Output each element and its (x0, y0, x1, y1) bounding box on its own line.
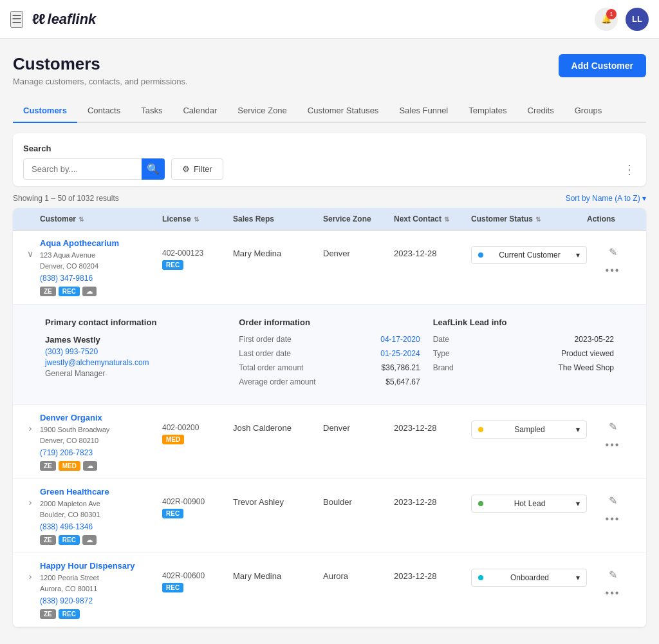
more-actions-icon[interactable]: ••• (606, 439, 620, 451)
license-col: 402-00200 MED (162, 413, 233, 444)
edit-icon[interactable]: ✎ (609, 495, 617, 507)
th-customer-label: Customer (40, 214, 76, 223)
search-button[interactable]: 🔍 (142, 158, 165, 180)
expand-button[interactable]: ∨ (21, 238, 40, 259)
tab-templates[interactable]: Templates (458, 99, 517, 123)
th-service-zone: Service Zone (323, 214, 394, 223)
search-icon: 🔍 (147, 163, 160, 175)
contact-name: James Westly (45, 335, 226, 345)
chevron-down-icon: ▾ (576, 425, 580, 434)
edit-icon[interactable]: ✎ (609, 421, 617, 433)
status-select[interactable]: Onboarded ▾ (471, 569, 587, 587)
page-header: Customers Manage customers, contacts, an… (13, 54, 646, 86)
actions-col: ✎ ••• (587, 238, 638, 276)
chevron-down-icon: ▾ (576, 251, 580, 260)
badge-rec: REC (59, 609, 80, 619)
edit-icon[interactable]: ✎ (609, 246, 617, 258)
tab-customer-statuses[interactable]: Customer Statuses (297, 99, 389, 123)
search-input-wrap: 🔍 (23, 158, 165, 180)
expand-button[interactable]: › (21, 487, 40, 507)
sort-link[interactable]: Sort by Name (A to Z) ▾ (566, 194, 646, 203)
add-customer-button[interactable]: Add Customer (559, 54, 646, 77)
license-badge: REC (162, 509, 183, 518)
status-label: Sampled (514, 425, 544, 434)
customer-main-row: ∨ Aqua Apothecarium 123 Aqua AvenueDenve… (13, 231, 646, 304)
th-actions: Actions (587, 214, 638, 223)
page-header-left: Customers Manage customers, contacts, an… (13, 54, 188, 86)
filter-label: Filter (194, 164, 212, 174)
actions-col: ✎ ••• (587, 561, 638, 599)
badge-☁: ☁ (82, 535, 97, 545)
avatar[interactable]: LL (626, 8, 649, 31)
badge-rec: REC (59, 287, 80, 296)
customer-main-row: › Happy Hour Dispensary 1200 Peoria Stre… (13, 553, 646, 627)
first-order-row: First order date 04-17-2020 (239, 335, 420, 344)
tab-contacts[interactable]: Contacts (77, 99, 131, 123)
license-badge: REC (162, 583, 183, 592)
license-sort-icon: ⇅ (194, 216, 199, 223)
table-header: Customer ⇅ License ⇅ Sales Reps Service … (13, 208, 646, 231)
expand-button[interactable]: › (21, 561, 40, 582)
status-select[interactable]: Hot Lead ▾ (471, 495, 587, 513)
top-nav: ☰ ℓℓ leaflink 🔔 1 LL (0, 0, 659, 39)
tab-credits[interactable]: Credits (517, 99, 564, 123)
nav-left: ☰ ℓℓ leaflink (10, 11, 96, 28)
lead-type-value: Product viewed (561, 349, 614, 358)
notifications-button[interactable]: 🔔 1 (595, 8, 618, 31)
license-badge: REC (162, 260, 183, 270)
table-row: › Green Healthcare 2000 Mapleton AveBoul… (13, 479, 646, 553)
table-row: › Denver Organix 1900 South BroadwayDenv… (13, 405, 646, 479)
notification-badge: 1 (606, 9, 617, 19)
more-actions-icon[interactable]: ••• (606, 513, 620, 525)
more-actions-icon[interactable]: ••• (606, 587, 620, 599)
customer-name[interactable]: Green Healthcare (40, 487, 162, 497)
customer-badges: ZEREC☁ (40, 535, 162, 545)
chevron-down-icon: ▾ (576, 573, 580, 582)
license-number: 402R-00600 (162, 571, 233, 580)
order-info-section: Order information First order date 04-17… (239, 317, 420, 392)
badge-☁: ☁ (83, 461, 97, 471)
status-select[interactable]: Current Customer ▾ (471, 246, 587, 264)
license-col: 402R-00600 REC (162, 561, 233, 592)
status-select[interactable]: Sampled ▾ (471, 421, 587, 439)
customer-sort-icon: ⇅ (79, 216, 84, 223)
table-body: ∨ Aqua Apothecarium 123 Aqua AvenueDenve… (13, 231, 646, 627)
customer-main-row: › Green Healthcare 2000 Mapleton AveBoul… (13, 479, 646, 553)
status-dot (478, 252, 483, 258)
status-dot (478, 501, 483, 506)
primary-contact-title: Primary contact information (45, 317, 226, 327)
tab-tasks[interactable]: Tasks (131, 99, 172, 123)
th-customer-status: Customer Status ⇅ (471, 214, 587, 223)
customer-badges: ZEMED☁ (40, 461, 162, 471)
tab-service-zone[interactable]: Service Zone (227, 99, 297, 123)
edit-icon[interactable]: ✎ (609, 569, 617, 581)
logo-ll: ℓℓ (32, 11, 45, 28)
customer-address: 2000 Mapleton AveBoulder, CO 80301 (40, 498, 162, 520)
tab-calendar[interactable]: Calendar (172, 99, 227, 123)
th-sales-reps-label: Sales Reps (233, 214, 274, 223)
service-zone: Denver (323, 413, 394, 433)
badge-ze: ZE (40, 287, 56, 296)
lead-type-row: Type Product viewed (433, 349, 614, 358)
badge-med: MED (59, 461, 80, 471)
logo-text: leaflink (48, 11, 97, 28)
customer-name[interactable]: Denver Organix (40, 413, 162, 422)
tab-groups[interactable]: Groups (564, 99, 613, 123)
sales-rep: Josh Calderone (233, 413, 323, 433)
status-label: Current Customer (499, 251, 560, 260)
menu-button[interactable]: ☰ (10, 11, 23, 28)
lead-date-label: Date (433, 335, 449, 344)
filter-button[interactable]: ⚙ Filter (171, 158, 223, 180)
lead-brand-row: Brand The Weed Shop (433, 363, 614, 372)
tab-customers[interactable]: Customers (13, 99, 77, 123)
more-actions-icon[interactable]: ••• (606, 265, 620, 276)
avg-order-value: $5,647.67 (385, 377, 420, 386)
th-expand (21, 214, 40, 223)
customer-name[interactable]: Happy Hour Dispensary (40, 561, 162, 571)
customer-name[interactable]: Aqua Apothecarium (40, 238, 162, 248)
tab-sales-funnel[interactable]: Sales Funnel (389, 99, 458, 123)
expand-button[interactable]: › (21, 413, 40, 433)
page-title: Customers (13, 54, 188, 74)
actions-col: ✎ ••• (587, 413, 638, 451)
more-options-button[interactable]: ⋮ (623, 162, 636, 177)
